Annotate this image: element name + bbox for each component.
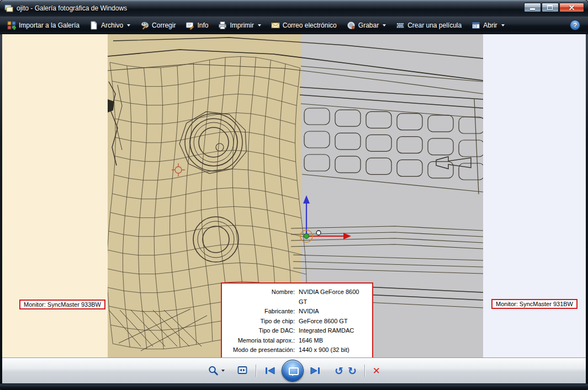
toolbar-item-label: Imprimir: [230, 22, 253, 29]
gpu-info-row: Tipo de DAC: Integrated RAMDAC: [225, 326, 368, 336]
gpu-info-row: Tipo de chip: GeForce 8600 GT: [225, 317, 368, 327]
close-button[interactable]: [559, 3, 584, 12]
fit-to-window-button[interactable]: [235, 364, 250, 377]
chevron-down-icon: [501, 24, 505, 26]
gpu-info-row: Fabricante: NVIDIA: [225, 307, 368, 317]
toolbar-item-grabar[interactable]: Grabar: [342, 19, 391, 32]
toolbar-item-label: Importar a la Galería: [19, 22, 80, 29]
chevron-down-icon: [258, 24, 261, 26]
window-title: ojito - Galería fotográfica de Windows: [17, 4, 127, 12]
right-monitor-background: [483, 34, 586, 358]
toolbar-item-label: Archivo: [101, 22, 123, 29]
burn-icon: [347, 21, 356, 30]
toolbar-item-corregir[interactable]: Corregir: [135, 19, 181, 32]
titlebar[interactable]: ojito - Galería fotográfica de Windows: [0, 0, 588, 17]
rotate-counterclockwise-button[interactable]: ↺: [332, 364, 346, 377]
window-frame-bottom: [0, 383, 588, 390]
zoom-dropdown-arrow-icon: [221, 370, 225, 372]
next-button[interactable]: [307, 365, 324, 377]
help-button[interactable]: ?: [570, 20, 580, 30]
rotate-clockwise-button[interactable]: ↻: [346, 364, 359, 377]
toolbar-item-imprimir[interactable]: Imprimir: [213, 19, 266, 32]
photo-gallery-window: ojito - Galería fotográfica de Windows I…: [0, 0, 588, 390]
email-icon: [271, 21, 280, 30]
slideshow-icon: [289, 367, 299, 375]
toolbar: Importar a la Galería Archivo: [0, 17, 588, 34]
chevron-down-icon: [383, 24, 386, 26]
right-monitor-annotation: Monitor: SyncMaster 931BW: [491, 299, 578, 309]
toolbar-item-label: Grabar: [358, 22, 379, 29]
toolbar-item-label: Info: [197, 22, 208, 29]
toolbar-item-label: Crear una película: [407, 22, 462, 29]
separator: [364, 365, 365, 377]
open-icon: [472, 21, 480, 30]
fit-to-window-icon: [237, 365, 248, 376]
import-gallery-icon: [7, 21, 16, 30]
toolbar-item-correo[interactable]: Correo electrónico: [266, 19, 342, 32]
window-frame-right: [586, 34, 588, 383]
playback-controlbar: ↺ ↻ ✕: [2, 357, 586, 383]
left-monitor-annotation: Monitor: SyncMaster 933BW: [19, 300, 105, 309]
separator: [256, 365, 256, 377]
toolbar-item-info[interactable]: Info: [181, 19, 213, 32]
toolbar-item-abrir[interactable]: Abrir: [467, 19, 509, 32]
slideshow-button[interactable]: [282, 360, 304, 382]
toolbar-item-label: Abrir: [483, 22, 497, 29]
file-icon: [89, 21, 98, 30]
gpu-info-row: Modo de presentación: 1440 x 900 (32 bit…: [225, 345, 368, 358]
gpu-info-row: Memoria total aprox.: 1646 MB: [225, 336, 368, 346]
previous-button[interactable]: [262, 365, 278, 377]
printer-icon: [218, 21, 227, 30]
toolbar-item-pelicula[interactable]: Crear una película: [391, 19, 467, 32]
fix-icon: [140, 21, 149, 30]
previous-icon: [264, 366, 276, 376]
toolbar-item-import[interactable]: Importar a la Galería: [2, 19, 84, 32]
photo-view: Monitor: SyncMaster 933BW Monitor: SyncM…: [2, 34, 586, 358]
chevron-down-icon: [127, 24, 130, 26]
delete-button[interactable]: ✕: [370, 364, 383, 377]
minimize-button[interactable]: [524, 3, 541, 12]
gpu-info-row: Nombre: NVIDIA GeForce 8600 GT: [225, 287, 368, 307]
toolbar-item-archivo[interactable]: Archivo: [84, 19, 135, 32]
maximize-button[interactable]: [542, 3, 559, 12]
zoom-button[interactable]: [205, 364, 227, 377]
info-icon: [186, 21, 194, 30]
next-icon: [309, 366, 321, 376]
app-icon: [4, 4, 13, 13]
gpu-info-panel: Nombre: NVIDIA GeForce 8600 GT Fabricant…: [221, 282, 373, 358]
toolbar-item-label: Correo electrónico: [283, 22, 337, 29]
movie-icon: [396, 21, 405, 30]
toolbar-item-label: Corregir: [152, 22, 176, 29]
